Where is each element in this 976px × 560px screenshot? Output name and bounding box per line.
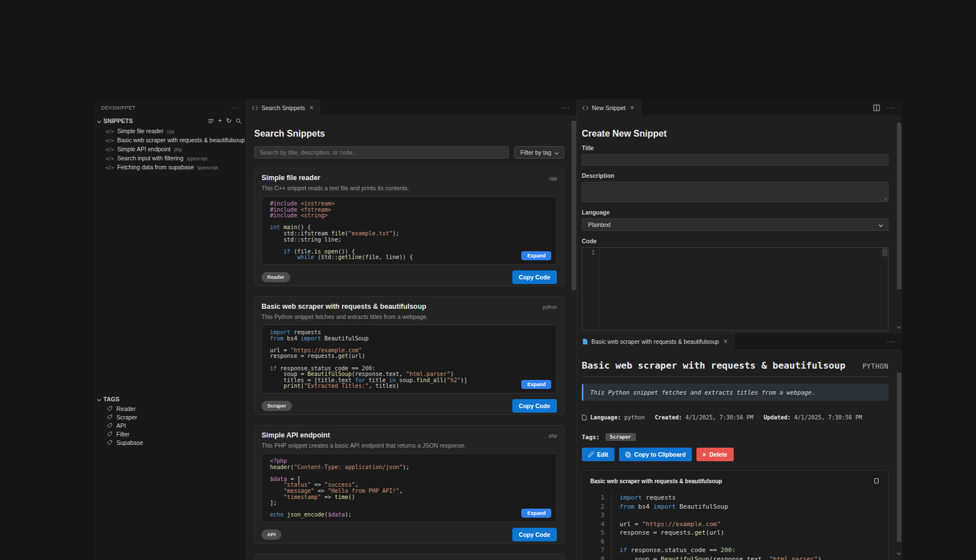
tag-pill[interactable]: Reader	[262, 272, 290, 282]
code-line: 5response = requests.get(url)	[590, 528, 880, 537]
snippet-tags-row: Tags: Scraper	[582, 433, 888, 441]
tags-section-header[interactable]: TAGS	[93, 392, 246, 405]
sidebar-item-snippet[interactable]: </> Simple API endpoint php	[93, 145, 246, 154]
card-description: This C++ snippet reads a text file and p…	[262, 185, 557, 191]
scroll-down-icon[interactable]	[897, 551, 901, 555]
copy-code-button[interactable]: Copy Code	[512, 399, 557, 413]
card-language: python	[542, 304, 557, 310]
resize-handle[interactable]	[883, 197, 887, 201]
snippet-code-card: Basic web scraper with requests & beauti…	[582, 470, 888, 560]
tab-snippet-detail[interactable]: Basic web scraper with requests & beauti…	[577, 333, 734, 350]
language-select[interactable]: Plaintext	[582, 218, 888, 231]
line-number: 1	[582, 248, 599, 330]
copy-code-icon[interactable]	[874, 478, 880, 484]
sidebar-item-tag[interactable]: API	[93, 422, 246, 430]
sidebar-item-snippet[interactable]: </> Simple file reader cpp	[93, 126, 246, 135]
scrollbar[interactable]	[896, 350, 902, 560]
clipboard-icon	[625, 452, 631, 458]
scrollbar[interactable]	[896, 116, 902, 333]
copy-code-button[interactable]: Copy Code	[512, 528, 557, 541]
new-snippet-tabbar: New Snippet × ···	[577, 99, 902, 116]
tab-label: Search Snippets	[262, 104, 305, 111]
tag-pill[interactable]: API	[262, 530, 281, 540]
scrollbar-thumb[interactable]	[897, 373, 901, 542]
search-input[interactable]	[254, 146, 509, 159]
expand-button[interactable]: Expand	[521, 251, 551, 260]
code-line: 6	[590, 537, 880, 546]
chevron-down-icon	[879, 222, 883, 226]
title-field[interactable]	[582, 154, 888, 165]
tab-label: New Snippet	[592, 104, 626, 111]
tags-label: Tags:	[582, 434, 600, 440]
code-line: 7if response.status_code == 200:	[590, 546, 880, 555]
sidebar-item-snippet[interactable]: </> Search input with filtering typescri…	[93, 154, 246, 163]
meta-created-label: Created:	[655, 414, 682, 421]
code-preview: <?php header("Content-Type: application/…	[262, 453, 557, 522]
close-icon[interactable]: ×	[629, 104, 635, 111]
snippet-card: Simple file reader cpp This C++ snippet …	[254, 168, 564, 286]
snippet-tab-icon	[582, 106, 589, 111]
card-title: Simple API endpoint	[262, 431, 330, 439]
tag-label: Filter	[116, 431, 129, 438]
sidebar-item-snippet[interactable]: </> Fetching data from supabase typescri…	[93, 163, 246, 172]
sidebar-item-tag[interactable]: Reader	[93, 405, 246, 413]
language-label: Language	[582, 209, 888, 216]
delete-button[interactable]: × Delete	[696, 448, 734, 461]
code-editor[interactable]: 1	[582, 247, 888, 331]
sidebar-header: DEVSNIPPET ···	[93, 99, 246, 114]
collapse-list-icon[interactable]	[208, 118, 214, 124]
copy-code-button[interactable]: Copy Code	[512, 270, 557, 284]
snippet-description: This Python snippet fetches and extracts…	[582, 384, 888, 401]
tag-pill[interactable]: Scraper	[605, 433, 636, 441]
code-line: 8 soup = BeautifulSoup(response.text, "h…	[590, 555, 880, 560]
pencil-icon	[588, 452, 594, 457]
code-editor-body[interactable]	[599, 248, 888, 330]
meta-updated-value: 4/1/2025, 7:30:56 PM	[794, 414, 862, 421]
snippets-section-header[interactable]: SNIPPETS + ↻	[93, 114, 246, 126]
copy-label: Copy to Clipboard	[634, 451, 686, 458]
editor-actions-more-icon[interactable]: ···	[887, 104, 895, 112]
form-title: Create New Snippet	[582, 129, 888, 139]
description-label: Description	[582, 172, 888, 179]
tag-pill[interactable]: Scraper	[262, 401, 292, 411]
code-line: 1import requests	[590, 493, 880, 502]
edit-button[interactable]: Edit	[582, 448, 615, 461]
close-icon[interactable]: ×	[308, 104, 315, 111]
snippet-detail-content: Basic web scraper with requests & beauti…	[577, 350, 902, 560]
refresh-icon[interactable]: ↻	[226, 117, 232, 124]
snippets-toolbar: + ↻	[208, 117, 242, 124]
tab-search-snippets[interactable]: Search Snippets ×	[247, 99, 320, 116]
scrollbar[interactable]	[571, 116, 577, 560]
editor-scrollbar[interactable]	[882, 248, 887, 330]
search-icon[interactable]	[236, 118, 242, 124]
scrollbar-thumb[interactable]	[897, 124, 901, 289]
scrollbar-thumb[interactable]	[572, 121, 576, 290]
sidebar-more-icon[interactable]: ···	[231, 104, 239, 112]
divider	[582, 377, 888, 377]
language-selected-value: Plaintext	[588, 221, 611, 228]
split-editor-icon[interactable]	[873, 104, 880, 111]
sidebar-item-tag[interactable]: Filter	[93, 430, 246, 438]
snippet-label: Search input with filtering	[117, 155, 183, 161]
description-field[interactable]	[582, 182, 888, 202]
file-icon	[582, 338, 588, 345]
snippet-lang: typescript	[197, 165, 217, 170]
sidebar-item-snippet[interactable]: </> Basic web scraper with requests & be…	[93, 135, 246, 145]
expand-button[interactable]: Expand	[521, 509, 551, 518]
sidebar-item-tag[interactable]: Scraper	[93, 413, 246, 422]
card-title: Basic web scraper with requests & beauti…	[262, 303, 426, 310]
copy-to-clipboard-button[interactable]: Copy to Clipboard	[619, 448, 692, 461]
card-description: This Python snippet fetches and extracts…	[262, 313, 557, 320]
expand-button[interactable]: Expand	[521, 380, 551, 389]
sidebar-item-tag[interactable]: Supabase	[93, 438, 246, 447]
editor-actions-more-icon[interactable]: ···	[887, 338, 895, 345]
tab-new-snippet[interactable]: New Snippet ×	[577, 99, 641, 116]
add-snippet-icon[interactable]: +	[218, 117, 222, 124]
close-icon[interactable]: ×	[722, 338, 729, 345]
scroll-down-icon[interactable]	[897, 325, 901, 329]
filter-by-tag-dropdown[interactable]: Filter by tag	[514, 146, 564, 159]
devsnippet-app-window: DEVSNIPPET ··· SNIPPETS + ↻ </> Simple f…	[93, 99, 902, 560]
code-icon: </>	[106, 138, 114, 143]
scrollbar-thumb[interactable]	[882, 248, 887, 256]
editor-actions-more-icon[interactable]: ···	[561, 104, 570, 112]
